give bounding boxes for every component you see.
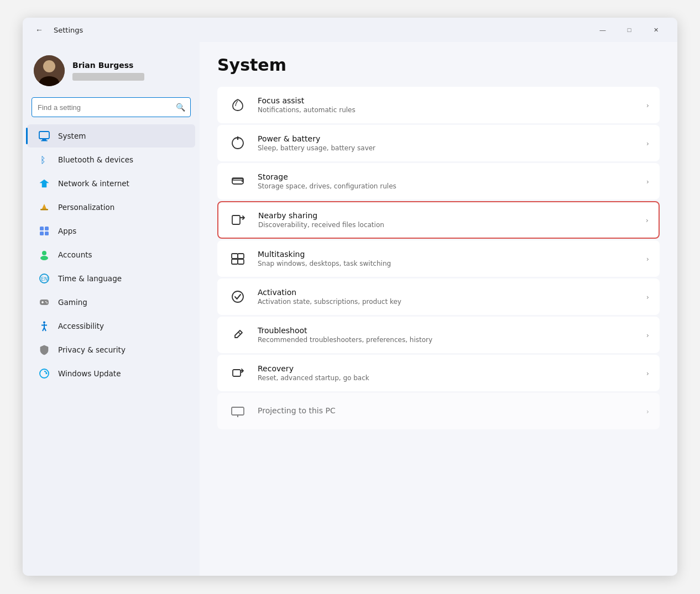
setting-recovery[interactable]: Recovery Reset, advanced startup, go bac… — [217, 355, 660, 391]
svg-point-26 — [40, 369, 49, 378]
svg-point-12 — [42, 251, 46, 255]
setting-multitasking[interactable]: Multitasking Snap windows, desktops, tas… — [217, 240, 660, 277]
troubleshoot-desc: Recommended troubleshooters, preferences… — [258, 336, 636, 344]
svg-line-25 — [44, 328, 46, 331]
svg-rect-10 — [40, 232, 44, 235]
storage-icon — [228, 171, 248, 191]
sidebar-label-accessibility: Accessibility — [58, 322, 104, 330]
content-area: Brian Burgess 🔍 System — [23, 42, 677, 576]
sidebar-item-time[interactable]: EN Time & language — [27, 267, 195, 290]
nearby-sharing-chevron: › — [646, 216, 649, 224]
svg-point-21 — [43, 322, 45, 324]
sidebar-item-bluetooth[interactable]: ᛒ Bluetooth & devices — [27, 148, 195, 171]
svg-rect-18 — [41, 302, 44, 303]
setting-projection[interactable]: Projecting to this PC › — [217, 393, 660, 429]
minimize-button[interactable]: — — [590, 21, 615, 39]
search-input[interactable] — [32, 97, 191, 117]
svg-marker-27 — [45, 372, 48, 374]
recovery-text: Recovery Reset, advanced startup, go bac… — [258, 364, 636, 382]
time-icon: EN — [38, 272, 50, 285]
settings-window: ← Settings — □ ✕ Brian Burgess — [23, 18, 677, 576]
activation-chevron: › — [646, 293, 649, 301]
svg-text:ᛒ: ᛒ — [40, 155, 46, 165]
setting-troubleshoot[interactable]: Troubleshoot Recommended troubleshooters… — [217, 317, 660, 353]
back-button[interactable]: ← — [32, 22, 47, 38]
svg-rect-4 — [42, 139, 46, 140]
svg-rect-41 — [232, 407, 244, 415]
power-battery-title: Power & battery — [258, 134, 636, 143]
svg-rect-7 — [40, 209, 48, 211]
svg-text:EN: EN — [41, 276, 48, 282]
main-content: System Focus assist Notifications, autom… — [200, 42, 677, 576]
troubleshoot-title: Troubleshoot — [258, 326, 636, 335]
recovery-chevron: › — [646, 369, 649, 377]
sidebar-item-system[interactable]: System — [27, 124, 195, 148]
avatar-image — [34, 55, 65, 86]
recovery-desc: Reset, advanced startup, go back — [258, 374, 636, 382]
power-battery-text: Power & battery Sleep, battery usage, ba… — [258, 134, 636, 152]
maximize-button[interactable]: □ — [617, 21, 642, 39]
svg-line-39 — [238, 332, 241, 334]
sidebar-label-system: System — [58, 132, 86, 140]
avatar — [34, 55, 65, 86]
setting-storage[interactable]: Storage Storage space, drives, configura… — [217, 163, 660, 199]
multitasking-icon — [228, 249, 248, 269]
projection-title: Projecting to this PC — [258, 406, 636, 415]
activation-text: Activation Activation state, subscriptio… — [258, 288, 636, 306]
search-icon: 🔍 — [176, 103, 185, 112]
svg-rect-8 — [40, 227, 44, 230]
sidebar-item-accounts[interactable]: Accounts — [27, 243, 195, 266]
sidebar-item-update[interactable]: Windows Update — [27, 362, 195, 385]
svg-rect-35 — [238, 254, 244, 259]
setting-nearby-sharing[interactable]: Nearby sharing Discoverability, received… — [217, 201, 660, 239]
troubleshoot-text: Troubleshoot Recommended troubleshooters… — [258, 326, 636, 344]
titlebar-title: Settings — [54, 26, 83, 34]
sidebar-item-apps[interactable]: Apps — [27, 219, 195, 243]
activation-icon — [228, 287, 248, 307]
troubleshoot-chevron: › — [646, 331, 649, 339]
multitasking-desc: Snap windows, desktops, task switching — [258, 260, 636, 267]
power-battery-chevron: › — [646, 139, 649, 148]
svg-point-13 — [40, 256, 48, 260]
update-icon — [38, 367, 50, 380]
storage-text: Storage Storage space, drives, configura… — [258, 172, 636, 190]
svg-rect-33 — [232, 215, 240, 224]
sidebar-label-gaming: Gaming — [58, 298, 87, 307]
troubleshoot-icon — [228, 325, 248, 345]
sidebar-item-network[interactable]: Network & internet — [27, 172, 195, 195]
activation-desc: Activation state, subscriptions, product… — [258, 298, 636, 306]
sidebar-item-privacy[interactable]: Privacy & security — [27, 338, 195, 361]
sidebar-label-time: Time & language — [58, 274, 122, 283]
storage-title: Storage — [258, 172, 636, 181]
sidebar-item-accessibility[interactable]: Accessibility — [27, 314, 195, 338]
bluetooth-icon: ᛒ — [38, 154, 50, 166]
setting-activation[interactable]: Activation Activation state, subscriptio… — [217, 278, 660, 315]
network-icon — [38, 177, 50, 190]
gaming-icon — [38, 296, 50, 308]
focus-assist-icon — [228, 95, 248, 115]
setting-focus-assist[interactable]: Focus assist Notifications, automatic ru… — [217, 87, 660, 123]
nearby-sharing-title: Nearby sharing — [258, 211, 636, 220]
sidebar-item-personalization[interactable]: Personalization — [27, 196, 195, 219]
accounts-icon — [38, 249, 50, 261]
apps-icon — [38, 225, 50, 237]
personalization-icon — [38, 201, 50, 213]
svg-rect-36 — [232, 259, 238, 264]
svg-point-19 — [45, 301, 46, 302]
svg-rect-5 — [41, 140, 48, 141]
svg-rect-37 — [238, 259, 244, 264]
projection-chevron: › — [646, 407, 649, 416]
focus-assist-chevron: › — [646, 101, 649, 109]
sidebar-item-gaming[interactable]: Gaming — [27, 291, 195, 314]
focus-assist-text: Focus assist Notifications, automatic ru… — [258, 96, 636, 114]
search-box: 🔍 — [32, 97, 191, 117]
titlebar: ← Settings — □ ✕ — [23, 18, 677, 42]
sidebar-label-accounts: Accounts — [58, 250, 92, 259]
sidebar-label-personalization: Personalization — [58, 203, 114, 212]
close-button[interactable]: ✕ — [643, 21, 668, 39]
svg-point-1 — [43, 60, 55, 72]
setting-power-battery[interactable]: Power & battery Sleep, battery usage, ba… — [217, 125, 660, 161]
system-icon — [38, 130, 50, 142]
sidebar-label-apps: Apps — [58, 227, 76, 235]
window-controls: — □ ✕ — [590, 21, 668, 39]
